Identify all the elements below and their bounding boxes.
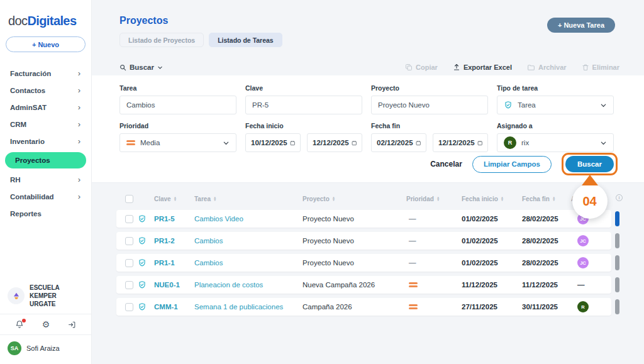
tipo-de-tarea-select[interactable]: Tarea	[497, 96, 614, 114]
tasks-table: Clave▲▼ Tarea▲▼ Proyecto▲▼ Prioridad▲▼ F…	[116, 192, 611, 316]
row-checkbox[interactable]	[125, 303, 133, 311]
row-checkbox[interactable]	[125, 215, 133, 223]
column-header-fecha-inicio[interactable]: Fecha inicio▲▼	[462, 196, 522, 202]
logo-suffix: Digitales	[27, 14, 76, 28]
row-checkbox[interactable]	[125, 237, 133, 245]
info-icon[interactable]: i	[616, 194, 623, 201]
row-clave: CMM-1	[154, 303, 194, 311]
row-tarea-link[interactable]: Planeacion de costos	[194, 281, 303, 289]
filter-field-prioridad: Prioridad Media	[119, 122, 236, 152]
task-shield-icon	[138, 258, 154, 267]
sidebar-item-label: Contabilidad	[10, 193, 54, 201]
buscar-button[interactable]: Buscar	[565, 156, 614, 172]
fecha-inicio-from-input[interactable]: 10/12/2025	[245, 133, 301, 152]
sidebar-item-contabilidad[interactable]: Contabilidad›	[0, 188, 91, 205]
assignee-avatar: R	[577, 301, 589, 312]
row-scrollbar-thumb[interactable]	[615, 255, 619, 270]
sidebar-item-adminsat[interactable]: AdminSAT›	[0, 99, 91, 116]
sidebar-item-label: Facturación	[10, 70, 51, 77]
fecha-fin-from-input[interactable]: 02/12/2025	[371, 133, 426, 152]
table-row[interactable]: NUE0-1 Planeacion de costos Nueva Campañ…	[116, 276, 611, 294]
priority-medium-icon	[409, 282, 462, 287]
exportar-excel-action[interactable]: Exportar Excel	[453, 63, 512, 71]
row-tarea-link[interactable]: Cambios	[194, 259, 303, 267]
sort-icon: ▲▼	[213, 196, 216, 202]
prioridad-select[interactable]: Media	[119, 133, 236, 152]
row-fecha-inicio: 27/11/2025	[462, 303, 522, 311]
clave-input[interactable]	[252, 101, 355, 109]
sidebar-item-proyectos[interactable]: Proyectos	[5, 152, 86, 168]
organization-switcher[interactable]: ESCUELA KEMPER URGATE	[0, 278, 91, 314]
copy-icon	[405, 63, 413, 71]
archivar-action[interactable]: Archivar	[527, 63, 567, 72]
logout-icon[interactable]	[68, 321, 76, 329]
field-label: Tipo de tarea	[497, 84, 614, 92]
table-row[interactable]: PR1-1 Cambios Proyecto Nuevo — 01/02/202…	[116, 254, 611, 272]
annotation-highlight-frame: Buscar 04	[562, 153, 618, 175]
nuevo-button[interactable]: + Nuevo	[6, 36, 86, 52]
sidebar-icon-row: ⚙	[0, 314, 91, 334]
sidebar-item-rh[interactable]: RH›	[0, 171, 91, 188]
sidebar-item-reportes[interactable]: Reportes	[0, 205, 91, 222]
row-tarea-link[interactable]: Cambios	[194, 237, 303, 245]
row-clave: PR1-2	[154, 237, 194, 245]
row-checkbox[interactable]	[125, 281, 133, 289]
sidebar-item-contactos[interactable]: Contactos›	[0, 82, 91, 99]
cancelar-button[interactable]: Cancelar	[430, 160, 462, 168]
row-scrollbar-thumb[interactable]	[615, 233, 619, 248]
fecha-inicio-to-input[interactable]: 12/12/2025	[307, 133, 362, 152]
field-label: Fecha inicio	[245, 122, 362, 130]
eliminar-action[interactable]: Eliminar	[582, 63, 619, 71]
fecha-fin-to-input[interactable]: 12/12/2025	[433, 133, 488, 152]
search-icon	[119, 64, 126, 71]
view-tabs: Listado de Proyectos Listado de Tareas	[119, 33, 282, 47]
row-checkbox[interactable]	[125, 259, 133, 267]
tab-listado-de-proyectos[interactable]: Listado de Proyectos	[119, 33, 204, 47]
current-user[interactable]: SA Sofi Araiza	[0, 335, 91, 359]
user-avatar: SA	[8, 341, 21, 355]
filter-panel: Tarea Clave Proyecto Tipo de tarea Tarea…	[92, 75, 644, 182]
table-row[interactable]: PR1-2 Cambios Proyecto Nuevo — 01/02/202…	[116, 232, 611, 250]
main-content: Proyectos Listado de Proyectos Listado d…	[92, 0, 644, 364]
row-fecha-inicio: 01/02/2025	[462, 215, 522, 223]
field-label: Tarea	[119, 84, 236, 92]
row-proyecto: Proyecto Nuevo	[303, 215, 406, 223]
row-scrollbar-thumb[interactable]	[615, 299, 619, 314]
table-row[interactable]: CMM-1 Semana 1 de publicaciones Campaña …	[116, 298, 611, 316]
row-tarea-link[interactable]: Semana 1 de publicaciones	[194, 303, 303, 311]
settings-gear-icon[interactable]: ⚙	[42, 320, 50, 329]
tarea-input[interactable]	[126, 101, 230, 109]
tab-listado-de-tareas[interactable]: Listado de Tareas	[209, 33, 282, 47]
column-header-tarea[interactable]: Tarea▲▼	[194, 196, 303, 202]
field-label: Asignado a	[497, 122, 614, 130]
nueva-tarea-button[interactable]: + Nueva Tarea	[547, 18, 615, 33]
copiar-action[interactable]: Copiar	[405, 63, 438, 71]
notifications-bell-icon[interactable]	[15, 320, 24, 329]
column-header-proyecto[interactable]: Proyecto▲▼	[303, 196, 406, 202]
column-header-fecha-fin[interactable]: Fecha fin▲▼	[522, 196, 571, 202]
assignee-avatar: JC	[577, 257, 589, 268]
row-scrollbar-thumb[interactable]	[615, 277, 619, 292]
limpiar-campos-button[interactable]: Limpiar Campos	[472, 156, 552, 173]
app-logo: docDigitales	[8, 14, 76, 28]
search-collapse-trigger[interactable]: Buscar	[119, 63, 163, 71]
sidebar-item-inventario[interactable]: Inventario›	[0, 133, 91, 150]
column-header-prioridad[interactable]: Prioridad▲▼	[406, 196, 462, 202]
select-all-checkbox[interactable]	[125, 195, 133, 203]
school-logo-icon	[12, 292, 21, 301]
row-fecha-fin: 30/11/2025	[522, 303, 571, 311]
sidebar-item-label: AdminSAT	[10, 104, 47, 111]
sort-icon: ▲▼	[501, 196, 504, 202]
field-label: Proyecto	[371, 84, 488, 92]
row-tarea-link[interactable]: Cambios Video	[194, 215, 303, 223]
sidebar-item-crm[interactable]: CRM›	[0, 116, 91, 133]
column-header-clave[interactable]: Clave▲▼	[154, 196, 194, 202]
row-proyecto: Proyecto Nuevo	[303, 259, 406, 267]
row-clave: PR1-5	[154, 215, 194, 223]
page-title: Proyectos	[119, 15, 168, 26]
row-scrollbar-thumb[interactable]	[615, 211, 619, 226]
proyecto-input[interactable]	[378, 101, 481, 109]
asignado-a-select[interactable]: R rix	[497, 133, 614, 152]
sidebar-item-facturacion[interactable]: Facturación›	[0, 65, 91, 82]
table-row[interactable]: PR1-5 Cambios Video Proyecto Nuevo — 01/…	[116, 210, 611, 228]
